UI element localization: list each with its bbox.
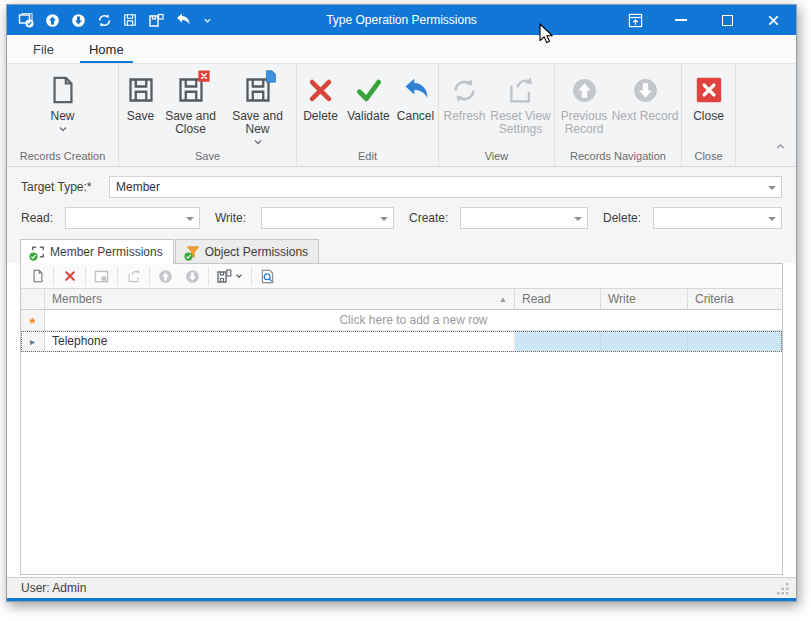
group-caption: Save bbox=[119, 148, 296, 166]
cell-write[interactable] bbox=[601, 331, 688, 351]
detail-form: Target Type:* Member Read: Write: Create… bbox=[7, 167, 796, 238]
cancel-button[interactable]: Cancel bbox=[394, 68, 438, 148]
create-field: Create: bbox=[409, 207, 588, 229]
refresh-button[interactable]: Refresh bbox=[441, 68, 489, 148]
group-caption: Records Creation bbox=[7, 148, 118, 166]
column-header-write[interactable]: Write bbox=[601, 289, 688, 309]
qat-save-button[interactable] bbox=[123, 5, 137, 35]
window-bottom-accent bbox=[7, 598, 796, 601]
dropdown-arrow-icon bbox=[768, 217, 776, 221]
toolbar-separator bbox=[208, 267, 209, 286]
column-header-members[interactable]: Members ▲ bbox=[45, 289, 515, 309]
focused-row-indicator: ▸ bbox=[21, 331, 45, 351]
delete-field: Delete: bbox=[603, 207, 782, 229]
tab-member-permissions[interactable]: Member Permissions bbox=[20, 239, 174, 264]
save-and-close-icon bbox=[148, 12, 164, 28]
dropdown-arrow-icon bbox=[186, 217, 194, 221]
delete-button[interactable]: Delete bbox=[298, 68, 344, 148]
close-button[interactable]: Close bbox=[686, 68, 732, 148]
tab-home[interactable]: Home bbox=[80, 42, 133, 63]
toolbar-separator bbox=[149, 267, 150, 286]
minimize-button[interactable] bbox=[658, 5, 704, 35]
qat-cancel-button[interactable] bbox=[175, 5, 191, 35]
toolbar-move-down-button[interactable] bbox=[179, 265, 206, 288]
toolbar-separator bbox=[251, 267, 252, 286]
content-area: Member Permissions Object Permissions bbox=[7, 238, 796, 577]
members-grid: Members ▲ Read Write Criteria * Click he… bbox=[21, 289, 782, 574]
refresh-icon bbox=[97, 13, 112, 28]
target-type-value: Member bbox=[116, 180, 160, 194]
validate-button[interactable]: Validate bbox=[344, 68, 394, 148]
qat-previous-record-button[interactable] bbox=[45, 5, 60, 35]
reset-view-settings-button[interactable]: Reset View Settings bbox=[489, 68, 553, 148]
resize-grip[interactable] bbox=[777, 582, 790, 595]
cell-read[interactable] bbox=[515, 331, 601, 351]
save-and-new-button[interactable]: Save and New bbox=[220, 68, 296, 148]
toolbar-link-button[interactable] bbox=[88, 265, 115, 288]
ribbon-pin-button[interactable] bbox=[612, 5, 658, 35]
target-type-combo[interactable]: Member bbox=[109, 176, 782, 198]
qat-save-and-close-button[interactable] bbox=[148, 5, 164, 35]
qat-validate-button[interactable] bbox=[18, 5, 34, 35]
ribbon-group-edit: Delete Validate Cancel Edit bbox=[297, 64, 439, 166]
ribbon-group-save: Save Save and Close Save and New Save bbox=[119, 64, 297, 166]
new-document-icon bbox=[48, 72, 78, 108]
create-combo[interactable] bbox=[460, 207, 588, 229]
new-row[interactable]: * Click here to add a new row bbox=[21, 310, 782, 331]
status-user: User: Admin bbox=[21, 581, 86, 595]
grid-row-telephone[interactable]: ▸ Telephone bbox=[21, 331, 782, 352]
qat-next-record-button[interactable] bbox=[71, 5, 86, 35]
tab-object-permissions[interactable]: Object Permissions bbox=[175, 239, 319, 263]
refresh-icon bbox=[451, 72, 478, 108]
toolbar-save-layout-button[interactable] bbox=[211, 265, 249, 288]
delete-combo[interactable] bbox=[653, 207, 782, 229]
list-toolbar bbox=[21, 264, 782, 289]
tab-file[interactable]: File bbox=[24, 42, 63, 63]
ribbon-group-records-creation: New Records Creation bbox=[7, 64, 119, 166]
ribbon-group-close: Close Close bbox=[682, 64, 736, 166]
toolbar-separator bbox=[85, 267, 86, 286]
circle-down-arrow-icon bbox=[71, 13, 86, 28]
new-row-prompt: Click here to add a new row bbox=[45, 310, 782, 330]
save-and-close-icon bbox=[177, 72, 205, 108]
dropdown-arrow-icon bbox=[768, 186, 776, 190]
toolbar-reset-view-button[interactable] bbox=[120, 265, 147, 288]
toolbar-move-up-button[interactable] bbox=[152, 265, 179, 288]
dropdown-arrow-icon bbox=[574, 217, 582, 221]
new-row-indicator: * bbox=[21, 310, 45, 330]
red-x-badge-icon bbox=[198, 70, 210, 82]
create-label: Create: bbox=[409, 211, 452, 225]
delete-x-icon bbox=[307, 72, 334, 108]
permissions-tabstrip: Member Permissions Object Permissions bbox=[7, 238, 796, 263]
panel-icon bbox=[94, 269, 109, 284]
circle-up-arrow-icon bbox=[45, 13, 60, 28]
read-combo[interactable] bbox=[65, 207, 200, 229]
save-layout-icon bbox=[216, 268, 232, 284]
qat-refresh-button[interactable] bbox=[97, 5, 112, 35]
magnifier-document-icon bbox=[260, 269, 275, 284]
close-window-button[interactable] bbox=[750, 5, 796, 35]
save-and-close-button[interactable]: Save and Close bbox=[162, 68, 220, 148]
maximize-button[interactable] bbox=[704, 5, 750, 35]
toolbar-delete-button[interactable] bbox=[56, 265, 83, 288]
next-record-button[interactable]: Next Record bbox=[611, 68, 679, 148]
toolbar-find-button[interactable] bbox=[254, 265, 281, 288]
save-button[interactable]: Save bbox=[120, 68, 162, 148]
blue-page-badge-icon bbox=[264, 70, 277, 83]
ribbon-collapse-button[interactable] bbox=[774, 140, 787, 156]
new-button[interactable]: New bbox=[28, 68, 98, 148]
column-header-read[interactable]: Read bbox=[515, 289, 601, 309]
app-window: Type Operation Permissions File Home New… bbox=[6, 4, 797, 602]
toolbar-new-button[interactable] bbox=[24, 265, 51, 288]
column-header-criteria[interactable]: Criteria bbox=[688, 289, 782, 309]
delete-label: Delete: bbox=[603, 211, 645, 225]
group-caption: Records Navigation bbox=[555, 148, 681, 166]
member-permissions-panel: Members ▲ Read Write Criteria * Click he… bbox=[20, 263, 783, 575]
save-and-new-icon bbox=[244, 72, 272, 108]
qat-customize-dropdown[interactable] bbox=[202, 5, 213, 35]
cell-members[interactable]: Telephone bbox=[45, 331, 515, 351]
grid-header-row: Members ▲ Read Write Criteria bbox=[21, 289, 782, 310]
previous-record-button[interactable]: Previous Record bbox=[557, 68, 611, 148]
write-combo[interactable] bbox=[261, 207, 394, 229]
cell-criteria[interactable] bbox=[688, 331, 782, 351]
